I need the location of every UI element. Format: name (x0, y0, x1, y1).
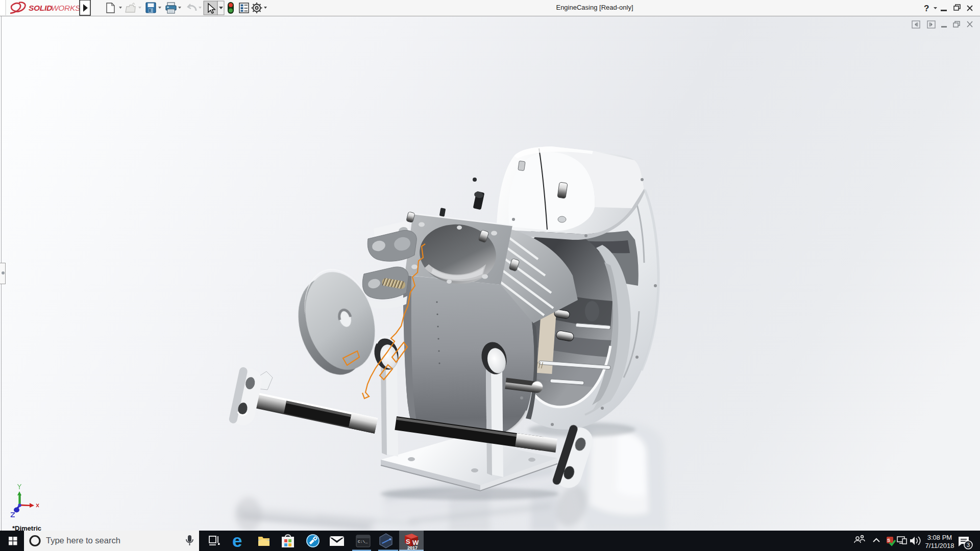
svg-text:?: ? (924, 4, 929, 13)
svg-text:7/11/2018: 7/11/2018 (925, 542, 954, 549)
svg-text:S: S (406, 538, 410, 545)
svg-text:WORKS: WORKS (51, 4, 81, 12)
svg-text:3:08 PM: 3:08 PM (927, 534, 952, 541)
svg-text:SOLID: SOLID (29, 4, 52, 12)
svg-text:3: 3 (967, 542, 970, 548)
svg-text:e: e (232, 531, 242, 550)
svg-text:C:\_: C:\_ (358, 539, 368, 544)
svg-text:S: S (887, 538, 890, 543)
